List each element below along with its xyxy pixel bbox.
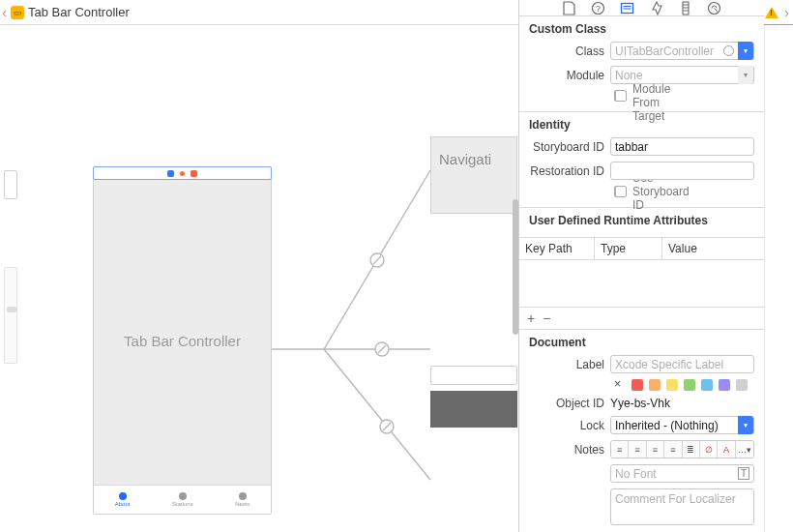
use-storyboard-id-checkbox[interactable]: Use Storyboard ID — [614, 186, 626, 197]
offscreen-scene — [4, 170, 17, 199]
breadcrumb-title[interactable]: Tab Bar Controller — [28, 5, 130, 19]
align-center-button[interactable]: ≡ — [629, 441, 646, 458]
inspector-tabs: ? — [519, 0, 764, 16]
swatch-green[interactable] — [684, 379, 695, 391]
swatch-red[interactable] — [631, 379, 643, 391]
tab-item-stations[interactable]: Stations — [172, 492, 193, 507]
history-forward-icon[interactable]: › — [784, 4, 789, 20]
svg-line-1 — [324, 170, 430, 349]
restoration-id-field[interactable] — [610, 162, 754, 180]
document-section: Document Label Xcode Specific Label × Ob… — [519, 330, 764, 532]
tab-icon — [239, 492, 247, 500]
localizer-comment-field[interactable]: Comment For Localizer — [610, 488, 754, 525]
scene-header-fragment[interactable] — [430, 366, 517, 385]
align-left-button[interactable]: ≡ — [611, 441, 629, 458]
tab-item-about[interactable]: About — [115, 492, 131, 507]
remove-button[interactable]: − — [543, 310, 550, 326]
doc-label-label: Label — [529, 358, 604, 371]
doc-label-field[interactable]: Xcode Specific Label — [610, 355, 754, 373]
swatch-yellow[interactable] — [666, 379, 678, 391]
tab-bar: About Stations News — [94, 485, 271, 514]
more-button[interactable]: …▾ — [736, 441, 753, 458]
notes-toolbar: ≡ ≡ ≡ ≡ ≣ ∅ A …▾ — [610, 440, 754, 458]
identity-section: Identity Storyboard ID tabbar Restoratio… — [519, 112, 764, 208]
scene-title: Tab Bar Controller — [124, 333, 241, 349]
swatch-gray[interactable] — [736, 379, 748, 391]
align-right-button[interactable]: ≡ — [647, 441, 664, 458]
tab-bar-controller-scene[interactable]: Tab Bar Controller About Stations News — [93, 166, 272, 515]
offscreen-scene — [4, 267, 17, 364]
file-inspector-tab[interactable] — [562, 0, 577, 15]
inherit-module-checkbox[interactable]: Inherit Module From Target — [614, 90, 626, 102]
svg-line-5 — [373, 256, 381, 264]
scene-header[interactable] — [93, 166, 272, 180]
checkbox-icon — [615, 186, 627, 197]
notes-label: Notes — [529, 443, 604, 457]
section-title: Custom Class — [529, 22, 754, 36]
storyboard-canvas[interactable]: Tab Bar Controller About Stations News N… — [0, 25, 518, 532]
class-field[interactable]: UITabBarController ▾ — [610, 42, 754, 60]
scene-icon: ▭ — [11, 6, 24, 19]
connections-inspector-tab[interactable] — [707, 0, 722, 15]
identity-inspector-tab[interactable] — [620, 0, 635, 15]
tab-item-news[interactable]: News — [235, 492, 250, 507]
svg-line-7 — [378, 345, 386, 353]
swatch-blue[interactable] — [701, 379, 713, 391]
shield-icon — [167, 170, 174, 177]
module-label: Module — [529, 69, 604, 82]
warning-icon[interactable] — [765, 7, 778, 18]
lock-field[interactable]: Inherited - (Nothing) ▾ — [610, 416, 754, 434]
udr-table-header: Key Path Type Value — [519, 237, 764, 260]
svg-point-6 — [375, 342, 389, 356]
svg-line-3 — [324, 349, 430, 480]
list-button[interactable]: ≣ — [683, 441, 700, 458]
lock-label: Lock — [529, 419, 604, 432]
udr-footer: + − — [519, 307, 764, 329]
custom-class-section: Custom Class Class UITabBarController ▾ … — [519, 16, 764, 112]
back-chevron-icon[interactable]: ‹ — [2, 4, 7, 20]
section-title: Document — [529, 336, 754, 349]
swatch-clear[interactable]: × — [614, 379, 626, 391]
object-id-label: Object ID — [529, 397, 604, 410]
udr-table-body[interactable] — [519, 260, 764, 307]
scene-navbar-fragment[interactable] — [430, 391, 517, 428]
svg-line-9 — [383, 423, 391, 430]
first-responder-icon — [180, 171, 185, 176]
tab-icon — [119, 492, 127, 500]
font-field[interactable]: No Font — [610, 464, 754, 483]
section-title: User Defined Runtime Attributes — [519, 214, 764, 231]
dropdown-icon[interactable]: ▾ — [738, 66, 753, 84]
link-button[interactable]: A — [718, 441, 735, 458]
size-inspector-tab[interactable] — [678, 0, 693, 15]
exit-icon — [191, 170, 197, 177]
inspector-panel: ? Custom Class Class UITabBarController … — [518, 0, 764, 532]
swatch-purple[interactable] — [719, 379, 730, 391]
align-justify-button[interactable]: ≡ — [664, 441, 682, 458]
add-button[interactable]: + — [527, 310, 535, 326]
module-field[interactable]: None ▾ — [610, 66, 754, 84]
object-id-value: Yye-bs-Vhk — [610, 397, 754, 410]
storyboard-id-label: Storyboard ID — [529, 140, 604, 154]
help-inspector-tab[interactable]: ? — [591, 0, 606, 15]
storyboard-id-field[interactable]: tabbar — [610, 137, 754, 156]
strike-button[interactable]: ∅ — [700, 441, 718, 458]
attributes-inspector-tab[interactable] — [649, 0, 664, 15]
clear-icon[interactable] — [723, 45, 734, 56]
restoration-id-label: Restoration ID — [529, 164, 604, 178]
udr-section: User Defined Runtime Attributes Key Path… — [519, 208, 764, 330]
swatch-orange[interactable] — [649, 379, 661, 391]
section-title: Identity — [529, 118, 754, 132]
checkbox-icon — [615, 90, 627, 102]
label-color-swatches: × — [614, 379, 754, 391]
tab-icon — [179, 492, 187, 500]
svg-point-4 — [370, 253, 384, 267]
navigation-controller-scene[interactable]: Navigati — [430, 136, 517, 214]
col-value[interactable]: Value — [662, 238, 764, 259]
dropdown-icon[interactable]: ▾ — [738, 416, 753, 434]
dropdown-icon[interactable]: ▾ — [738, 42, 753, 60]
svg-point-8 — [380, 420, 394, 433]
col-keypath[interactable]: Key Path — [519, 238, 595, 259]
right-gutter — [764, 25, 793, 532]
class-label: Class — [529, 44, 604, 58]
col-type[interactable]: Type — [595, 238, 662, 259]
